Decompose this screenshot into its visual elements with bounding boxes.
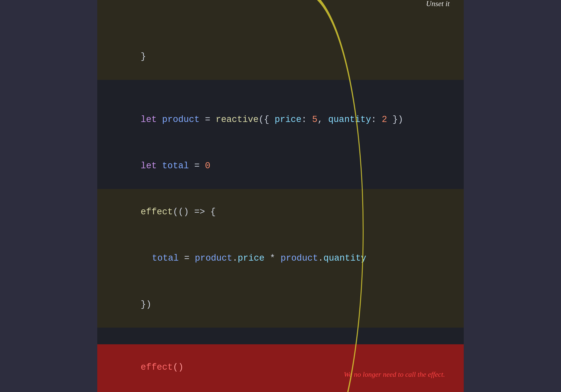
video-area: let activeEffect = null The active effec… bbox=[0, 0, 561, 392]
code-line-6: activeEffect = null Unset it bbox=[97, 0, 464, 34]
code-line-blank2 bbox=[97, 328, 464, 344]
code-line-12: total = product.price * product.quantity bbox=[97, 235, 464, 282]
code-line-11: effect(() => { bbox=[97, 189, 464, 235]
code-line-7: } bbox=[97, 34, 464, 80]
code-line-13: }) bbox=[97, 282, 464, 328]
code-line-9: let product = reactive({ price: 5, quant… bbox=[97, 97, 464, 143]
annotation-15-red: We no longer need to call the effect. bbox=[344, 369, 445, 380]
code-line-15: effect() We no longer need to call the e… bbox=[97, 344, 464, 392]
code-line-blank1 bbox=[97, 80, 464, 97]
code-line-10: let total = 0 bbox=[97, 143, 464, 189]
code-panel: let activeEffect = null The active effec… bbox=[97, 0, 464, 392]
annotation-6: Unset it bbox=[426, 0, 450, 9]
